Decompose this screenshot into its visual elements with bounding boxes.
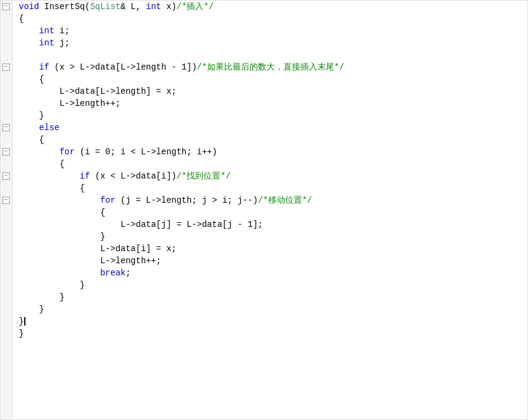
collapse-row-18 xyxy=(1,206,12,218)
kw-else: else xyxy=(39,123,60,133)
collapse-row-16 xyxy=(1,182,12,194)
collapse-row-23 xyxy=(1,267,12,279)
code-content[interactable]: void InsertSq(SqList& L, int x)/*插入*/ { … xyxy=(13,1,527,419)
var-j: j; xyxy=(54,38,70,48)
brace-open-5: { xyxy=(80,183,85,193)
indent-21 xyxy=(19,244,100,254)
code-line-1: void InsertSq(SqList& L, int x)/*插入*/ xyxy=(19,1,527,13)
cursor xyxy=(24,317,25,326)
code-line-6: if (x > L->data[L->length - 1])/*如果比最后的数… xyxy=(19,61,527,73)
brace-close-4: } xyxy=(59,292,64,302)
collapse-row-20 xyxy=(1,231,12,243)
code-line-11: else xyxy=(19,122,527,134)
collapse-row-6[interactable]: − xyxy=(1,61,12,73)
space: InsertSq( xyxy=(39,2,90,11)
brace-open-6: { xyxy=(100,208,105,217)
collapse-row-24 xyxy=(1,279,12,291)
collapse-row-17[interactable]: − xyxy=(1,194,12,206)
code-line-16: { xyxy=(19,182,527,194)
indent-20 xyxy=(19,232,100,241)
collapse-btn-17[interactable]: − xyxy=(2,197,10,204)
indent-6 xyxy=(19,62,39,72)
stmt-length-inc-2: L->length++; xyxy=(100,256,161,266)
collapse-row-4 xyxy=(1,37,12,49)
code-line-19: L->data[j] = L->data[j - 1]; xyxy=(19,218,527,231)
collapse-btn-1[interactable]: − xyxy=(2,3,10,10)
kw-int: int xyxy=(146,2,161,11)
amp: & L, xyxy=(120,2,146,11)
param-x: x) xyxy=(161,2,176,11)
kw-void: void xyxy=(19,2,39,11)
code-line-8: L->data[L->length] = x; xyxy=(19,85,527,97)
var-i: i; xyxy=(54,26,70,36)
stmt-data-length: L->data[L->length] = x; xyxy=(59,87,176,96)
indent-23 xyxy=(19,268,100,278)
code-line-21: L->data[i] = x; xyxy=(19,243,527,255)
collapse-btn-11[interactable]: − xyxy=(2,124,10,131)
collapse-row-2 xyxy=(1,13,12,25)
collapse-row-7 xyxy=(1,73,12,85)
kw-if-1: if xyxy=(39,62,50,72)
collapse-gutter: − − − − − − xyxy=(1,1,13,419)
code-line-13: for (i = 0; i < L->length; i++) xyxy=(19,146,527,158)
code-line-22: L->length++; xyxy=(19,255,527,267)
code-line-15: if (x < L->data[i])/*找到位置*/ xyxy=(19,170,527,182)
semicolon-break: ; xyxy=(125,268,130,278)
collapse-row-5 xyxy=(1,49,12,61)
code-line-4: int j; xyxy=(19,37,527,49)
collapse-btn-15[interactable]: − xyxy=(2,172,10,180)
code-line-23: break; xyxy=(19,267,527,279)
code-line-28: } xyxy=(19,327,527,340)
indent-10 xyxy=(19,111,39,120)
collapse-row-13[interactable]: − xyxy=(1,146,12,158)
kw-break: break xyxy=(100,268,125,278)
collapse-row-1[interactable]: − xyxy=(1,1,12,13)
indent-13 xyxy=(19,147,59,157)
kw-int-j: int xyxy=(39,38,54,48)
indent-9 xyxy=(19,99,59,108)
indent-25 xyxy=(19,292,59,302)
collapse-row-8 xyxy=(1,85,12,97)
kw-for-1: for xyxy=(59,147,74,157)
indent-3 xyxy=(19,26,39,36)
brace-close-1: } xyxy=(19,317,24,326)
stmt-length-inc: L->length++; xyxy=(59,99,120,108)
code-line-26: } xyxy=(19,303,527,315)
collapse-row-11[interactable]: − xyxy=(1,122,12,134)
code-line-12: { xyxy=(19,134,527,146)
brace-open-4: { xyxy=(59,159,64,169)
indent-19 xyxy=(19,220,120,229)
collapse-row-14 xyxy=(1,158,12,170)
collapse-btn-13[interactable]: − xyxy=(2,148,10,156)
stmt-data-i: L->data[i] = x; xyxy=(100,244,176,254)
indent-14 xyxy=(19,159,59,169)
collapse-row-21 xyxy=(1,243,12,255)
brace-open-1: { xyxy=(19,14,24,24)
indent-17 xyxy=(19,195,100,205)
if-cond-2: (x < L->data[i]) xyxy=(90,171,177,181)
indent-7 xyxy=(19,74,39,84)
indent-26 xyxy=(19,304,39,314)
for-cond-1: (i = 0; i < L->length; i++) xyxy=(74,147,217,157)
collapse-row-3 xyxy=(1,25,12,37)
collapse-row-28 xyxy=(1,327,12,340)
brace-open-2: { xyxy=(39,74,44,84)
collapse-row-27 xyxy=(1,315,12,327)
indent-18 xyxy=(19,208,100,217)
comment-2: /*如果比最后的数大，直接插入末尾*/ xyxy=(197,62,345,73)
indent-15 xyxy=(19,171,80,181)
indent-24 xyxy=(19,280,80,290)
collapse-row-12 xyxy=(1,134,12,146)
if-cond-1: (x > L->data[L->length - 1]) xyxy=(49,62,197,72)
brace-open-3: { xyxy=(39,135,44,145)
stmt-data-j: L->data[j] = L->data[j - 1]; xyxy=(120,220,263,229)
kw-for-2: for xyxy=(100,195,115,205)
code-editor: − − − − − − xyxy=(0,0,528,420)
code-line-27: } xyxy=(19,315,527,327)
comment-1: /*插入*/ xyxy=(177,1,214,12)
code-line-24: } xyxy=(19,279,527,291)
kw-int-i: int xyxy=(39,26,54,36)
brace-close-6: } xyxy=(100,232,105,241)
collapse-btn-6[interactable]: − xyxy=(2,64,10,71)
collapse-row-15[interactable]: − xyxy=(1,170,12,182)
